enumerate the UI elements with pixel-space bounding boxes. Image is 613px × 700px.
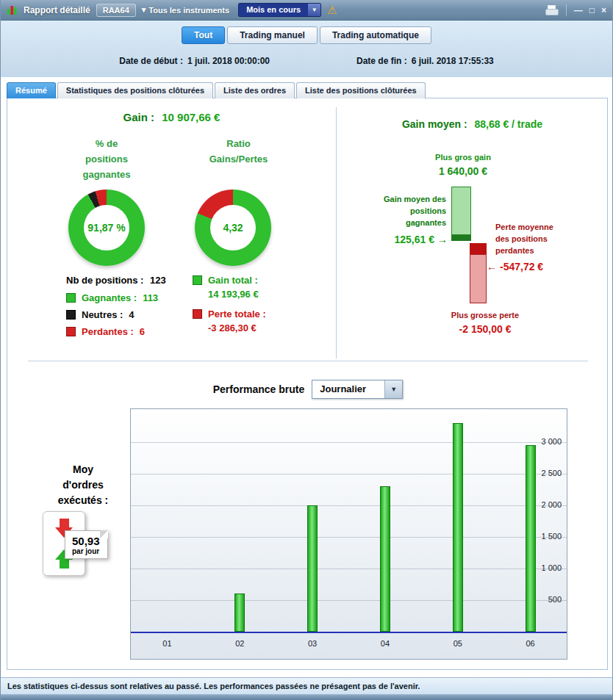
gain-range-bar xyxy=(451,187,471,235)
totals: Gain total : 14 193,96 € Perte totale : … xyxy=(193,275,266,342)
gain-total-label: Gain total : xyxy=(208,275,258,286)
green-swatch-icon xyxy=(193,275,202,285)
nb-positions-label: Nb de positions : xyxy=(66,275,143,286)
gridline xyxy=(131,569,567,569)
performance-bar xyxy=(307,505,318,632)
legend-value: 4 xyxy=(129,309,134,320)
x-axis-label: 06 xyxy=(516,639,545,648)
date-range: Date de début : 1 juil. 2018 00:00:00 Da… xyxy=(1,56,612,66)
date-start-label: Date de début : xyxy=(119,56,183,66)
subtab-liste-positions[interactable]: Liste des positions clôturées xyxy=(296,82,426,98)
performance-title: Performance brute xyxy=(213,383,304,395)
tab-tout[interactable]: Tout xyxy=(182,26,225,44)
minimize-button[interactable]: — xyxy=(574,5,583,15)
print-button[interactable] xyxy=(545,5,559,15)
gain-moyen-label: Gain moyen : xyxy=(402,118,467,130)
tab-trading-automatique[interactable]: Trading automatique xyxy=(320,26,431,44)
performance-header: Performance brute Journalier ▼ xyxy=(7,380,609,399)
plus-gros-gain-label: Plus gros gain xyxy=(404,153,522,162)
winning-pct-title: % de positions gagnantes xyxy=(48,137,165,182)
x-axis-label: 01 xyxy=(152,639,182,648)
date-end-label: Date de fin : xyxy=(356,56,407,66)
moy-ordres-unit: par jour xyxy=(72,547,100,555)
legend-value: 6 xyxy=(140,326,145,337)
plus-gros-gain-value: 1 640,00 € xyxy=(404,165,522,177)
perte-totale-label: Perte totale : xyxy=(208,308,266,320)
app-icon xyxy=(7,4,18,15)
horizontal-divider xyxy=(28,361,588,361)
y-axis-label: 1 500 xyxy=(541,532,562,541)
legend-label: Perdantes : xyxy=(82,326,134,337)
x-axis-label: 04 xyxy=(370,639,400,648)
x-axis-label: 02 xyxy=(225,639,254,648)
gain-moyen-value: 88,68 € / trade xyxy=(474,118,542,130)
perte-totale-row: Perte totale : xyxy=(193,308,266,320)
subtab-statistiques[interactable]: Statistiques des positions clôturées xyxy=(57,82,213,98)
ratio-title: Ratio Gains/Pertes xyxy=(178,137,299,167)
subtabs: Résumé Statistiques des positions clôtur… xyxy=(7,82,426,98)
gain-average-marker xyxy=(451,235,471,241)
account-button[interactable]: RAA64 xyxy=(96,4,136,17)
winning-pct-donut: 91,87 % xyxy=(68,190,145,266)
perte-totale-value: -3 286,30 € xyxy=(208,322,266,333)
legend-label: Neutres : xyxy=(82,309,123,320)
date-start-value: 1 juil. 2018 00:00:00 xyxy=(187,56,270,66)
gain-moyen-line: Gain moyen : 88,68 € / trade xyxy=(336,118,609,130)
legend-value: 113 xyxy=(143,292,158,303)
gain-line: Gain : 10 907,66 € xyxy=(7,111,336,123)
y-axis-label: 2 500 xyxy=(541,469,562,477)
close-button[interactable]: × xyxy=(601,5,606,15)
plus-grosse-perte-label: Plus grosse perte xyxy=(419,311,551,320)
performance-chart-plot: 5001 0001 5002 0002 5003 000010203040506 xyxy=(130,408,567,660)
caret-down-icon: ▾ xyxy=(142,5,146,15)
zero-baseline xyxy=(131,632,567,633)
legend-label: Gagnantes : xyxy=(82,292,137,303)
statusbar: Les statistiques ci-dessus sont relative… xyxy=(1,677,612,695)
y-axis-label: 1 000 xyxy=(541,563,562,572)
period-dropdown[interactable]: Mois en cours ▼ xyxy=(238,3,321,17)
arrow-left-icon: ← xyxy=(487,261,497,273)
green-swatch-icon xyxy=(66,293,76,303)
positions-legend: Gagnantes : 113 Neutres : 4 Perdantes : … xyxy=(66,292,158,337)
instruments-button[interactable]: ▾ Tous les instruments xyxy=(142,5,229,15)
gridline xyxy=(131,600,567,601)
titlebar: Rapport détaillé RAA64 ▾ Tous les instru… xyxy=(1,0,612,21)
vertical-divider xyxy=(336,107,337,358)
report-window: Rapport détaillé RAA64 ▾ Tous les instru… xyxy=(0,0,613,700)
performance-bar xyxy=(234,593,245,632)
gain-moyen-gagnantes-label: Gain moyen des positions gagnantes xyxy=(329,194,446,229)
subtab-resume[interactable]: Résumé xyxy=(7,82,56,98)
subtab-liste-ordres[interactable]: Liste des ordres xyxy=(215,82,295,98)
red-swatch-icon xyxy=(193,309,202,319)
window-title: Rapport détaillé xyxy=(24,5,90,15)
gridline xyxy=(131,474,567,475)
gain-value: 10 907,66 € xyxy=(162,111,220,123)
period-combo[interactable]: Journalier ▼ xyxy=(312,380,403,399)
gain-total-row: Gain total : xyxy=(193,275,266,286)
warning-icon: ⚠ xyxy=(327,4,337,15)
tab-trading-manuel[interactable]: Trading manuel xyxy=(227,26,318,44)
gain-total-value: 14 193,96 € xyxy=(208,289,266,300)
perte-moyenne-value: ←-547,72 € xyxy=(487,261,589,273)
nb-positions: Nb de positions : 123 xyxy=(66,275,166,286)
header: Tout Trading manuel Trading automatique … xyxy=(1,21,612,77)
legend-item-gagnantes: Gagnantes : 113 xyxy=(66,292,158,303)
moy-ordres-value-box: 50,93 par jour xyxy=(65,530,108,559)
arrow-right-icon: → xyxy=(437,234,448,245)
moy-ordres-label: Moy d'ordres exécutés : xyxy=(35,462,131,508)
gridline xyxy=(131,537,567,538)
maximize-button[interactable]: □ xyxy=(589,5,595,15)
dropdown-arrow-icon: ▼ xyxy=(308,4,320,16)
instruments-label: Tous les instruments xyxy=(148,6,229,15)
winning-pct-value: 91,87 % xyxy=(84,205,129,250)
perte-moyenne-label: Perte moyenne des positions perdantes xyxy=(495,222,592,257)
dropdown-arrow-icon: ▼ xyxy=(384,380,402,398)
titlebar-separator xyxy=(566,4,567,16)
gridline xyxy=(131,442,567,443)
moy-ordres-widget: 50,93 par jour xyxy=(37,510,132,583)
loss-range-bar xyxy=(470,254,487,303)
performance-bar xyxy=(380,486,390,632)
report-panel: Gain : 10 907,66 € % de positions gagnan… xyxy=(7,98,608,670)
y-axis-label: 500 xyxy=(548,595,562,604)
date-end-value: 6 juil. 2018 17:55:33 xyxy=(412,56,494,66)
